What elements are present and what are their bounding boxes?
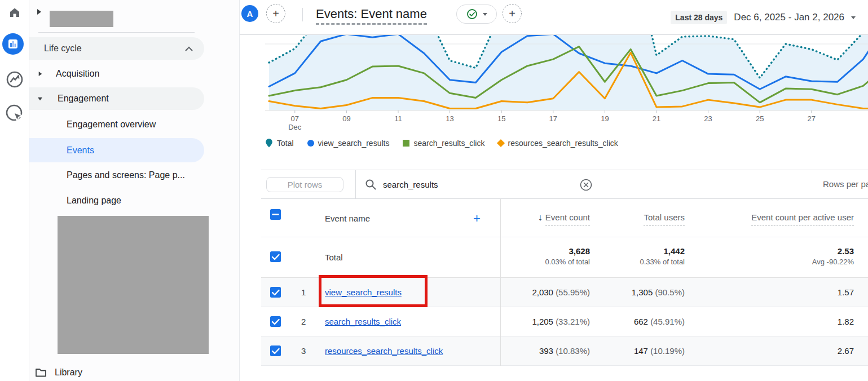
table-column-divider xyxy=(500,199,501,366)
events-time-series-chart[interactable]: 07Dec09111315171921232527 xyxy=(265,35,868,131)
table-row-resources_search_results_click[interactable]: 3resources_search_results_click393 (10.8… xyxy=(261,336,868,366)
sort-desc-icon: ↓ xyxy=(538,212,543,222)
sidebar-item-acquisition[interactable]: Acquisition xyxy=(29,64,204,83)
date-preset-badge: Last 28 days xyxy=(671,11,727,24)
advertising-icon xyxy=(5,104,25,125)
add-report-tab-button[interactable]: + xyxy=(503,4,522,23)
plot-rows-button[interactable]: Plot rows xyxy=(266,177,343,192)
table-search-input[interactable] xyxy=(383,177,552,192)
pin-icon xyxy=(265,139,273,148)
row-index: 1 xyxy=(301,287,306,297)
search-icon xyxy=(365,179,377,193)
chevron-down-icon xyxy=(483,13,487,16)
legend-item-resources_search_results_click[interactable]: resources_search_results_click xyxy=(498,139,618,148)
row-checkbox[interactable] xyxy=(270,286,281,298)
reports-nav-button[interactable] xyxy=(2,33,24,55)
sidebar-item-engagement[interactable]: Engagement xyxy=(29,87,204,110)
chevron-up-icon xyxy=(185,46,193,51)
x-axis-label: 07 xyxy=(291,114,299,123)
redacted-nav-region xyxy=(58,216,209,354)
event-name-link[interactable]: resources_search_results_click xyxy=(325,346,443,356)
legend-label: Total xyxy=(277,139,294,148)
date-range-text: Dec 6, 2025 - Jan 2, 2026 xyxy=(734,12,844,23)
square-marker-icon xyxy=(403,140,409,147)
row-checkbox[interactable] xyxy=(270,316,281,327)
table-header-row: Event name + ↓Event count Total users Ev… xyxy=(261,199,868,237)
avatar[interactable]: A xyxy=(241,5,258,22)
sidebar-item-library[interactable]: Library xyxy=(29,364,204,381)
chart-legend: Totalview_search_resultssearch_results_c… xyxy=(265,139,618,148)
x-axis-sublabel: Dec xyxy=(288,123,302,131)
sidebar-item-label: Events xyxy=(67,145,94,156)
rows-per-page-label[interactable]: Rows per pa xyxy=(823,179,868,189)
controls-divider xyxy=(355,170,356,199)
sidebar-item-engagement-overview[interactable]: Engagement overview xyxy=(29,116,204,133)
total-row-label: Total xyxy=(325,252,343,262)
per-active-user-cell: 1.57 xyxy=(730,287,854,297)
report-header: A + Events: Event name + Last 28 days De… xyxy=(240,0,868,35)
explore-nav-button[interactable] xyxy=(0,70,29,89)
row-index: 3 xyxy=(301,346,306,356)
collapsed-arrow-icon xyxy=(39,72,42,76)
sidebar-item-events[interactable]: Events xyxy=(29,138,204,162)
legend-item-view_search_results[interactable]: view_search_results xyxy=(307,139,390,148)
sidebar-item-label: Library xyxy=(55,367,82,378)
chevron-down-icon xyxy=(851,16,856,19)
property-expander[interactable] xyxy=(37,9,41,15)
home-nav-button[interactable] xyxy=(0,6,29,19)
collection-life-cycle[interactable]: Life cycle xyxy=(29,37,204,60)
total-total-users: 1,4420.33% of total xyxy=(561,246,685,267)
event-name-link[interactable]: view_search_results xyxy=(325,287,402,297)
page-title[interactable]: Events: Event name xyxy=(316,7,427,25)
total-row-checkbox[interactable] xyxy=(270,251,281,263)
x-axis-label: 13 xyxy=(446,114,453,123)
report-status-dropdown[interactable] xyxy=(456,5,497,24)
clear-search-icon[interactable] xyxy=(579,178,593,194)
table-row-search_results_click[interactable]: 2search_results_click1,205 (33.21%)662 (… xyxy=(261,307,868,336)
legend-label: view_search_results xyxy=(318,139,390,148)
explore-icon xyxy=(5,70,24,89)
diamond-marker-icon xyxy=(497,139,505,147)
legend-label: search_results_click xyxy=(413,139,484,148)
x-axis-label: 21 xyxy=(653,114,660,123)
x-axis-label: 19 xyxy=(601,114,609,123)
sidebar-item-label: Pages and screens: Page p... xyxy=(67,170,185,180)
sidebar-item-label: Engagement overview xyxy=(67,119,156,130)
collection-label: Life cycle xyxy=(44,43,82,54)
drawer-divider xyxy=(38,32,195,33)
expanded-arrow-icon xyxy=(38,97,42,100)
total-users-cell: 147 (10.19%) xyxy=(561,346,685,356)
column-header-event-count-per-active-user[interactable]: Event count per active user xyxy=(730,212,854,222)
ga4-events-report: Life cycle Acquisition Engagement Engage… xyxy=(0,0,868,381)
column-header-total-users[interactable]: Total users xyxy=(561,212,685,222)
add-comparison-button[interactable]: + xyxy=(266,4,285,23)
sidebar-item-landing-page[interactable]: Landing page xyxy=(29,192,204,209)
reports-drawer: Life cycle Acquisition Engagement Engage… xyxy=(29,0,240,381)
legend-item-Total[interactable]: Total xyxy=(265,139,294,148)
circle-marker-icon xyxy=(307,140,314,147)
total-per-active-user: 2.53Avg -90.22% xyxy=(730,246,854,267)
x-axis-label: 23 xyxy=(704,114,712,123)
sidebar-item-pages-and-screens[interactable]: Pages and screens: Page p... xyxy=(29,167,215,184)
row-checkbox[interactable] xyxy=(270,345,281,357)
sidebar-item-label: Engagement xyxy=(58,94,109,104)
app-nav-rail xyxy=(0,0,29,381)
column-header-event-name[interactable]: Event name xyxy=(325,214,370,223)
per-active-user-cell: 2.67 xyxy=(730,346,854,356)
expand-arrow-icon xyxy=(37,9,41,15)
events-table-card: Plot rows Rows per pa xyxy=(261,170,868,365)
header-divider xyxy=(302,8,303,21)
legend-item-search_results_click[interactable]: search_results_click xyxy=(403,139,484,148)
x-axis-label: 27 xyxy=(808,114,816,123)
advertising-nav-button[interactable] xyxy=(0,104,29,125)
row-index: 2 xyxy=(301,317,306,326)
table-total-row: Total 3,6280.03% of total 1,4420.33% of … xyxy=(261,237,868,278)
bar-chart-icon xyxy=(7,38,19,50)
select-all-checkbox[interactable] xyxy=(270,209,281,220)
table-row-view_search_results[interactable]: 1view_search_results2,030 (55.95%)1,305 … xyxy=(261,278,868,307)
event-name-link[interactable]: search_results_click xyxy=(325,317,401,326)
redacted-property-name xyxy=(50,11,113,27)
date-range-picker[interactable]: Last 28 days Dec 6, 2025 - Jan 2, 2026 xyxy=(671,0,856,35)
x-axis-label: 25 xyxy=(756,114,764,123)
x-axis-label: 11 xyxy=(394,114,402,123)
